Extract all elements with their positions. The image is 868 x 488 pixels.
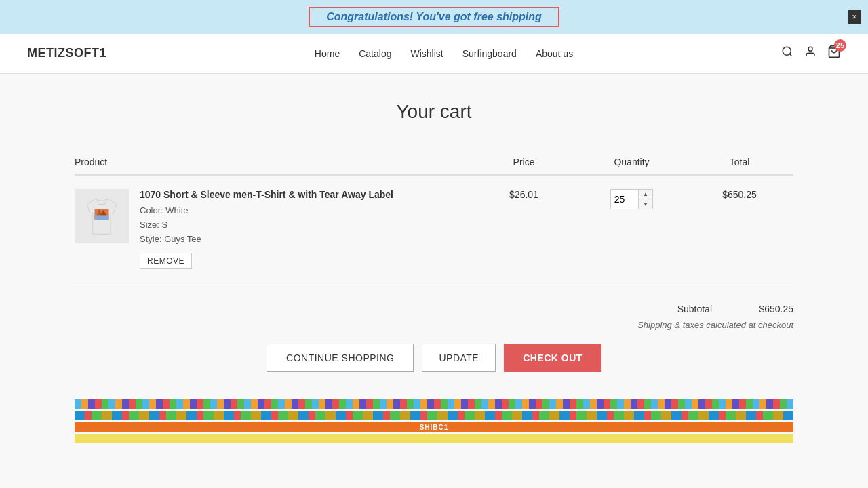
col-price: Price [470,150,578,175]
product-style: Style: Guys Tee [140,234,201,244]
remove-button[interactable]: REMOVE [140,253,192,269]
cart-table: Product Price Quantity Total [75,150,793,283]
main-content: Your cart Product Price Quantity Total [61,74,807,470]
svg-line-1 [789,54,791,56]
product-variant: Color: White Size: S Style: Guys Tee [140,204,470,246]
shipping-note: Shipping & taxes calculated at checkout [637,320,793,330]
decorative-bar-3: SHIBC1 [75,422,793,432]
bottom-bars: SHIBC1 [75,399,793,443]
product-info: 1070 Short & Sleeve men-T-Shirt & with T… [140,189,470,269]
product-total: $650.25 [686,175,793,283]
svg-point-2 [808,47,812,51]
subtotal-label: Subtotal [677,304,712,314]
continue-shopping-button[interactable]: CONTINUE SHOPPING [267,344,414,372]
checkout-button[interactable]: CHECK OUT [504,344,601,372]
nav-catalog[interactable]: Catalog [359,48,391,59]
quantity-down[interactable]: ▼ [639,199,652,209]
top-banner: Congratulations! You've got free shippin… [0,0,868,34]
banner-text: Congratulations! You've got free shippin… [326,11,542,22]
table-row: 1070 Short & Sleeve men-T-Shirt & with T… [75,175,793,283]
product-name: 1070 Short & Sleeve men-T-Shirt & with T… [140,189,470,200]
main-nav: Home Catalog Wishlist Surfingboard About… [315,48,573,59]
logo: METIZSOFT1 [27,46,106,60]
svg-rect-6 [95,215,109,220]
nav-wishlist[interactable]: Wishlist [410,48,443,59]
product-price: $26.01 [470,175,578,283]
col-product: Product [75,150,470,175]
product-cell: 1070 Short & Sleeve men-T-Shirt & with T… [75,189,470,269]
header: METIZSOFT1 Home Catalog Wishlist Surfing… [0,34,868,73]
quantity-input[interactable] [611,190,638,209]
search-icon[interactable] [781,45,793,61]
cart-icon[interactable]: 25 [827,45,841,62]
decorative-bar-1 [75,399,793,409]
user-icon[interactable] [804,45,816,61]
col-quantity: Quantity [578,150,686,175]
svg-point-0 [783,47,791,55]
product-quantity-cell: ▲ ▼ [578,175,686,283]
update-button[interactable]: UPDATE [422,344,496,372]
product-color: Color: White [140,205,189,216]
decorative-bar-4 [75,434,793,443]
page-title: Your cart [75,101,793,123]
product-image [75,189,129,243]
nav-home[interactable]: Home [315,48,340,59]
action-buttons: CONTINUE SHOPPING UPDATE CHECK OUT [75,344,793,372]
subtotal-value: $650.25 [739,304,793,314]
quantity-up[interactable]: ▲ [639,190,652,199]
subtotal-row: Subtotal $650.25 [677,304,793,314]
quantity-stepper[interactable]: ▲ ▼ [610,189,653,209]
cart-badge: 25 [834,39,846,52]
col-total: Total [686,150,793,175]
banner-close-button[interactable]: × [848,10,861,24]
subtotal-area: Subtotal $650.25 Shipping & taxes calcul… [75,304,793,330]
banner-box: Congratulations! You've got free shippin… [309,7,559,27]
decorative-bar-2 [75,411,793,420]
nav-surfingboard[interactable]: Surfingboard [462,48,517,59]
product-size: Size: S [140,220,167,230]
quantity-arrows: ▲ ▼ [638,190,652,209]
nav-about-us[interactable]: About us [536,48,573,59]
header-icons: 25 [781,45,841,62]
